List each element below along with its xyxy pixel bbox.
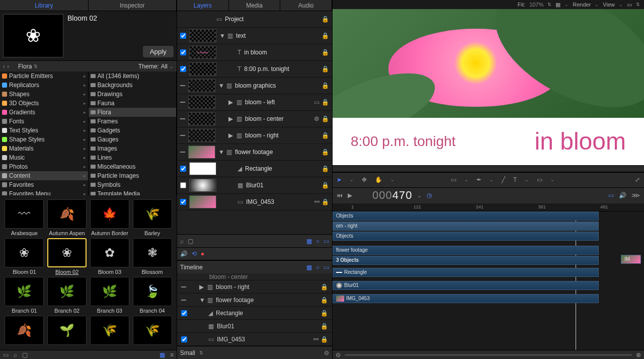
layer-mixed-indicator[interactable] [180,85,185,86]
nav-back-icon[interactable]: ‹ [3,63,5,70]
category-item[interactable]: Photos▸ [0,162,88,171]
list-view-icon[interactable]: ≡ [170,351,174,358]
timeline-clip[interactable]: IMG_0453 [333,294,599,303]
category-item[interactable]: Fonts▸ [0,117,88,126]
timeline-row[interactable]: ▦Blur01🔒 [177,320,332,333]
breadcrumb-path[interactable]: Flora [18,63,32,70]
subcategory-item[interactable]: Drawings [89,90,177,99]
chevron-updown-icon[interactable]: ⇅ [547,2,551,7]
lock-icon[interactable]: 🔒 [321,165,329,172]
layer-visible-checkbox[interactable] [180,166,186,172]
chevron-updown-icon[interactable]: ⇅ [199,350,203,355]
library-thumb[interactable]: ❀Bloom 02 [47,238,88,275]
color-channel-icon[interactable]: ▦ [555,2,560,8]
chevron-down-icon[interactable]: ⌄ [350,177,354,182]
tab-media[interactable]: Media [229,0,281,11]
breadcrumb-updown-icon[interactable]: ⇅ [34,64,38,69]
tab-audio[interactable]: Audio [280,0,332,11]
category-item[interactable]: 3D Objects▸ [0,99,88,108]
library-thumb[interactable]: 🌾 [90,316,130,346]
lock-icon[interactable]: 🔒 [321,49,329,56]
canvas-ruler[interactable] [333,165,644,172]
search-icon[interactable]: ⌕ [14,351,17,358]
circle-tool-icon[interactable]: ○ [316,238,319,245]
layer-visible-checkbox[interactable] [180,182,186,188]
layer-row[interactable]: ▦Blur01🔒 [177,177,332,194]
mask-tool-icon[interactable]: ▦ [306,264,312,271]
mask-tool-icon[interactable]: ▦ [306,238,312,245]
transform-tool-icon[interactable]: ✥ [362,176,367,183]
subcategory-item[interactable]: Backgrounds [89,81,177,90]
category-item[interactable]: Replicators▸ [0,81,88,90]
subcategory-item[interactable]: Frames [89,117,177,126]
library-thumb[interactable]: 🌿Branch 01 [4,277,45,314]
category-item[interactable]: Music▸ [0,153,88,162]
chevron-updown-icon[interactable]: ⇅ [636,2,640,7]
subcategory-item[interactable]: Miscellaneous [89,162,177,171]
lock-icon[interactable]: 🔒 [321,65,329,73]
category-item[interactable]: Gradients▸ [0,108,88,117]
lock-icon[interactable]: 🔒 [321,115,329,122]
view-menu[interactable]: View [603,2,615,8]
pen-tool-icon[interactable]: ✒ [476,176,481,183]
zoom-in-icon[interactable]: ⊕ [636,351,641,358]
library-thumb[interactable]: 〰Arabesque [4,199,45,236]
lock-icon[interactable]: 🔒 [321,99,329,106]
zoom-out-icon[interactable]: ⊖ [336,351,341,358]
folder-icon[interactable]: ▭ [3,351,9,358]
layer-mixed-indicator[interactable] [180,135,185,136]
layout-icon[interactable]: ▭ [627,2,632,8]
category-item[interactable]: Favorites Menu▸ [0,189,88,195]
grid-view-icon[interactable]: ▦ [159,351,165,358]
timeline-clip[interactable]: om - right [333,222,599,231]
disclosure-triangle-icon[interactable]: ▼ [218,149,223,156]
shape-tool-icon[interactable]: ▭ [537,176,542,183]
subcategory-item[interactable]: Lines [89,153,177,162]
disclosure-triangle-icon[interactable]: ▼ [219,32,224,39]
subcategory-item[interactable]: Template Media [89,189,177,195]
layer-row[interactable]: ▭Project🔒 [177,11,332,28]
library-thumb[interactable]: 🌿Branch 02 [47,277,88,314]
timecode-display[interactable]: 000470 [372,189,412,202]
library-thumb[interactable]: 🌱 [47,316,88,346]
tab-inspector[interactable]: Inspector [89,0,177,11]
disclosure-triangle-icon[interactable]: ▼ [218,82,223,89]
layer-row[interactable]: ▶▥bloom - center⚙🔒 [177,111,332,127]
subcategory-item[interactable]: Particle Images [89,171,177,180]
category-item[interactable]: Text Styles▸ [0,126,88,135]
timeline-clip[interactable]: Objects [333,211,599,221]
layer-row[interactable]: ◢Rectangle🔒 [177,161,332,177]
library-thumb[interactable]: ❃Blossom [132,238,173,275]
timeline-row[interactable]: ◢Rectangle🔒 [177,307,332,320]
frame-icon[interactable]: ▢ [188,238,193,245]
layer-row[interactable]: ▶▥bloom - right🔒 [177,127,332,144]
disclosure-triangle-icon[interactable]: ▶ [228,132,233,139]
library-thumb[interactable]: 🌾 [132,316,173,346]
library-thumb[interactable]: 🌾Barley [132,199,173,236]
hand-tool-icon[interactable]: ✋ [375,176,382,183]
category-item[interactable]: Particle Emitters▸ [0,71,88,81]
timeline-row[interactable]: ▭IMG_0453⚯🔒 [177,333,332,346]
category-item[interactable]: Favorites▸ [0,180,88,189]
loop-icon[interactable]: ⟲ [192,250,197,257]
layer-visible-checkbox[interactable] [180,199,186,205]
timeline-clip[interactable]: flower footage [333,246,599,255]
library-thumb[interactable]: 🍂 [4,316,45,346]
layer-visible-checkbox[interactable] [180,66,186,72]
audio-icon[interactable]: 🔊 [180,250,188,257]
library-thumb[interactable]: 🌿Branch 03 [90,277,130,314]
layer-mixed-indicator[interactable] [180,102,185,103]
size-label[interactable]: Small [180,349,195,356]
timeline-row[interactable]: ▶▥bloom - right🔒 [177,280,332,294]
circle-tool-icon[interactable]: ○ [316,264,319,271]
subcategory-item[interactable]: Flora [89,108,177,117]
theme-value[interactable]: All [161,63,168,70]
timeline-clip[interactable]: IM [621,255,641,264]
layer-row[interactable]: ▼▥flower footage🔒 [177,144,332,161]
text-tool-icon[interactable]: T [513,176,517,183]
marker-icon[interactable]: ▭ [608,192,614,199]
gear-icon[interactable]: ⚙ [314,115,319,122]
rect-tool-icon[interactable]: ▭ [451,176,456,183]
library-thumb[interactable]: 🍁Autumn Border [90,199,130,236]
subcategory-item[interactable]: Symbols [89,180,177,189]
